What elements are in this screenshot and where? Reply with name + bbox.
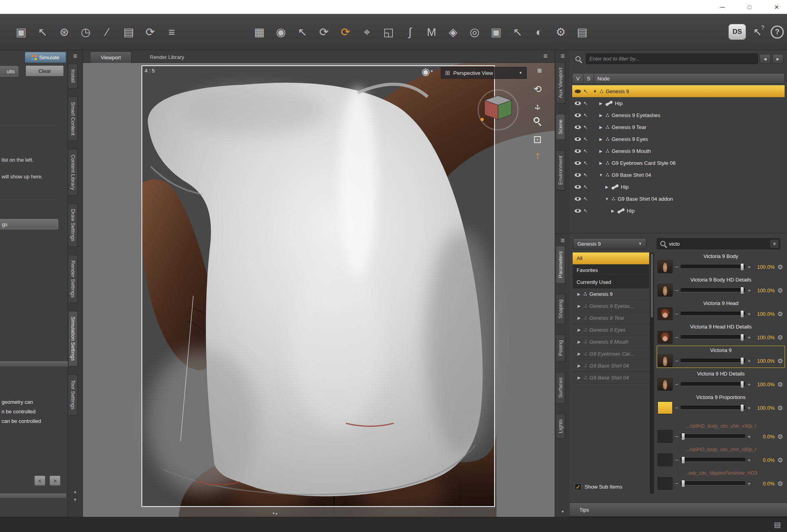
increment-button[interactable]: + — [747, 457, 752, 463]
expand-arrow-icon[interactable]: ▶ — [577, 316, 581, 320]
slider-thumb[interactable] — [740, 310, 744, 318]
help-icon[interactable]: ? — [771, 25, 784, 39]
slider-thumb[interactable] — [740, 287, 744, 294]
minimize-button[interactable]: ─ — [712, 0, 732, 14]
slider-value[interactable]: 100.0% — [753, 288, 775, 293]
group-header-bar[interactable] — [0, 361, 68, 367]
slider-thumb[interactable] — [681, 456, 685, 464]
filter-next-button[interactable]: ► — [772, 54, 783, 64]
gear-tool-icon[interactable]: ⚙ — [555, 27, 567, 38]
zoom-view-icon[interactable] — [534, 117, 540, 123]
slider-track[interactable] — [681, 265, 745, 269]
tab-aux-viewport[interactable]: Aux Viewport — [556, 62, 565, 104]
visibility-eye-icon[interactable] — [575, 90, 581, 93]
slider-track[interactable] — [681, 312, 745, 316]
tab-render-library[interactable]: Render Library — [139, 51, 194, 63]
visibility-eye-icon[interactable] — [575, 102, 581, 105]
gear-icon[interactable]: ⚙ — [776, 404, 784, 412]
scene-filter-input[interactable] — [586, 53, 758, 64]
increment-button[interactable]: + — [747, 381, 752, 387]
slider-track[interactable] — [681, 434, 745, 438]
increment-button[interactable]: + — [747, 264, 752, 270]
scene-node-hip[interactable]: ↖▶Hip — [572, 181, 785, 193]
gear-icon[interactable]: ⚙ — [776, 480, 784, 487]
category-all[interactable]: All — [573, 252, 649, 264]
gear-icon[interactable]: ⚙ — [776, 381, 784, 388]
tab-content-library[interactable]: Content Library — [69, 149, 78, 196]
scene-node-genesis-9-mouth[interactable]: ↖▶∴Genesis 9 Mouth — [572, 145, 785, 157]
tab-install[interactable]: Install — [69, 64, 78, 88]
tab-lights[interactable]: Lights — [556, 414, 565, 439]
selection-pointer-icon[interactable]: ↖ — [583, 172, 588, 178]
morph-tool-icon[interactable]: M — [426, 27, 438, 38]
visibility-eye-icon[interactable] — [575, 125, 581, 129]
tab-scroll-up-icon[interactable]: ▲ — [68, 490, 82, 494]
tab-tool-settings[interactable]: Tool Settings — [69, 374, 78, 415]
visibility-eye-icon[interactable] — [575, 113, 581, 117]
increment-button[interactable]: + — [747, 288, 752, 293]
expand-arrow-icon[interactable]: ▶ — [577, 364, 581, 368]
render-tool-icon[interactable]: ▤ — [576, 27, 588, 38]
maximize-button[interactable]: □ — [740, 0, 760, 14]
clear-button[interactable]: Clear — [26, 65, 64, 76]
category-g9-eyebrows-car[interactable]: ▶∴G9 Eyebrows Car... — [573, 348, 649, 360]
scrollbar-thumb[interactable] — [651, 254, 653, 317]
orbit-tool-icon[interactable]: ◉ — [275, 27, 287, 38]
scene-node-genesis-9-tear[interactable]: ↖▶∴Genesis 9 Tear — [572, 121, 785, 133]
drawstyle-sphere-icon[interactable]: ◉▼ — [422, 66, 434, 77]
slider-thumb[interactable] — [740, 263, 744, 271]
decrement-button[interactable]: − — [674, 358, 679, 364]
increment-button[interactable]: + — [747, 311, 752, 317]
slider-value[interactable]: 100.0% — [753, 264, 775, 270]
slider-track[interactable] — [681, 359, 745, 363]
gear-icon[interactable]: ⚙ — [776, 357, 784, 365]
tab-posing[interactable]: Posing — [556, 334, 565, 362]
category-genesis-9-mouth[interactable]: ▶∴Genesis 9 Mouth — [573, 336, 649, 348]
decrement-button[interactable]: − — [674, 457, 679, 463]
slider-track[interactable] — [681, 481, 745, 485]
slider-value[interactable]: 0.0% — [753, 434, 775, 440]
decrement-button[interactable]: − — [674, 334, 679, 340]
category-favorites[interactable]: Favorites — [573, 264, 649, 276]
slider-thumb[interactable] — [681, 433, 685, 440]
scene-node-g9-base-shirt-04[interactable]: ↖▼∴G9 Base Shirt 04 — [572, 169, 785, 181]
selection-pointer-icon[interactable]: ↖ — [583, 208, 588, 214]
camera-view-selector[interactable]: ⊞ Perspective View ▼ — [441, 67, 527, 79]
expand-arrow-icon[interactable]: ▶ — [604, 185, 609, 189]
grid-tool-icon[interactable]: ▦ — [253, 27, 265, 38]
gear-icon[interactable]: ⚙ — [776, 433, 784, 440]
categories-scrollbar[interactable] — [650, 252, 654, 494]
slider-value[interactable]: 100.0% — [753, 405, 775, 411]
slider-track[interactable] — [681, 288, 745, 292]
increment-button[interactable]: + — [747, 434, 752, 440]
visibility-eye-icon[interactable] — [575, 161, 581, 165]
selection-pointer-icon[interactable]: ↖ — [583, 124, 588, 130]
increment-button[interactable]: + — [747, 334, 752, 340]
status-bar-icon[interactable]: ▤ — [774, 520, 781, 529]
new-camera-icon[interactable]: ▣ — [15, 27, 27, 38]
scene-node-g9-eyebrows-card-style-06[interactable]: ↖▶∴G9 Eyebrows Card Style 06 — [572, 157, 785, 169]
gear-icon[interactable]: ⚙ — [776, 310, 784, 318]
selection-pointer-icon[interactable]: ↖ — [583, 100, 588, 106]
reset-view-icon[interactable]: ↑ — [532, 150, 544, 160]
active-rotate-tool-icon[interactable]: ⟳ — [340, 27, 351, 38]
slider-value[interactable]: 100.0% — [753, 334, 775, 340]
expand-arrow-icon[interactable]: ▼ — [593, 89, 597, 94]
scene-node-genesis-9-eyelashes[interactable]: ↖▶∴Genesis 9 Eyelashes — [572, 109, 785, 121]
expand-arrow-icon[interactable]: ▶ — [599, 125, 603, 129]
expand-arrow-icon[interactable]: ▶ — [577, 340, 581, 344]
category-genesis-9[interactable]: ▶∴Genesis 9 — [573, 288, 649, 300]
new-rotate-icon[interactable]: ⟳ — [144, 27, 156, 38]
expand-arrow-icon[interactable]: ▶ — [610, 209, 615, 213]
tab-smart-content[interactable]: Smart Content — [69, 96, 78, 141]
decrement-button[interactable]: − — [674, 481, 679, 487]
selection-pointer-icon[interactable]: ↖ — [583, 136, 588, 142]
expand-arrow-icon[interactable]: ▶ — [599, 137, 603, 141]
viewport-pane-options-icon[interactable]: ≡ — [543, 52, 548, 61]
pane-options-icon[interactable]: ≡ — [68, 53, 82, 60]
tab-surfaces[interactable]: Surfaces — [556, 372, 565, 403]
page-prev-button[interactable]: < — [34, 475, 45, 486]
decrement-button[interactable]: − — [674, 311, 679, 317]
expand-arrow-icon[interactable]: ▼ — [599, 173, 603, 177]
show-sub-items-checkbox[interactable]: ✓ — [575, 483, 581, 490]
